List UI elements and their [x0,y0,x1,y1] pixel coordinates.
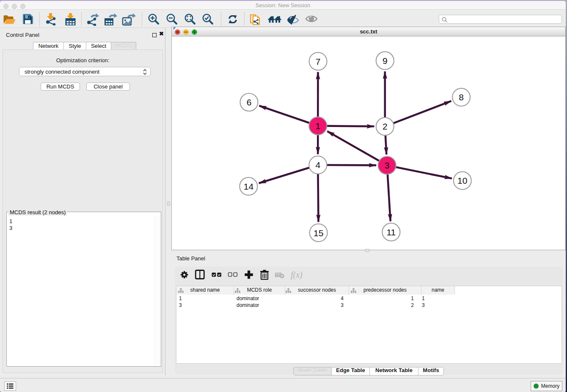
svg-text:15: 15 [314,228,323,238]
svg-text:2: 2 [383,121,388,131]
svg-text:4: 4 [315,160,320,170]
svg-text:10: 10 [457,176,467,185]
svg-text:14: 14 [244,182,254,191]
svg-text:f(x): f(x) [291,270,303,280]
svg-text:1: 1 [315,121,320,131]
svg-text:11: 11 [386,227,396,237]
svg-text:7: 7 [316,57,321,66]
svg-text:9: 9 [383,56,388,66]
svg-text:8: 8 [459,92,464,102]
svg-text:3: 3 [385,160,390,170]
svg-text:6: 6 [247,97,252,107]
